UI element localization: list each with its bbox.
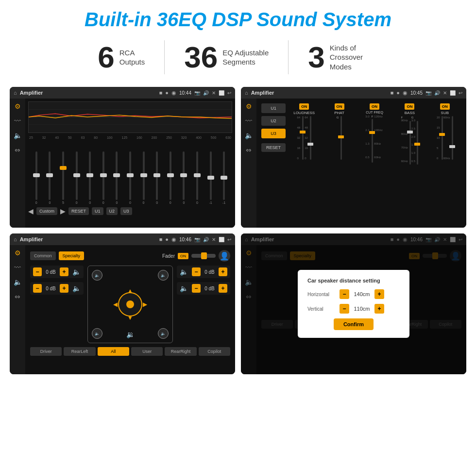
eq-icon-2[interactable]: ⚙ (246, 102, 252, 110)
driver-button[interactable]: Driver (30, 347, 62, 356)
vol-row-bl: − 0 dB + 🔈 (30, 282, 84, 295)
home-icon-3: ⌂ (14, 236, 17, 242)
rearleft-button[interactable]: RearLeft (64, 347, 95, 356)
wave-icon-2[interactable]: 〰 (245, 117, 252, 125)
eq-sliders: 0 0 5 0 0 0 0 0 0 0 0 0 0 -1 -1 (28, 141, 232, 204)
fader-title: Amplifier (20, 236, 156, 242)
arrow-left-icon: ◀ (113, 301, 118, 308)
vertical-plus[interactable]: + (374, 304, 384, 314)
eq-slider-14: -1 (218, 151, 230, 204)
all-button[interactable]: All (98, 347, 129, 356)
eq-icon[interactable]: ⚙ (15, 102, 21, 110)
user-button[interactable]: User (131, 347, 163, 356)
stat-crossover: 3 Kinds of Crossover Modes (289, 42, 397, 72)
vol-bl-plus[interactable]: + (60, 284, 68, 293)
sub-toggle[interactable]: ON (440, 103, 450, 110)
phat-toggle[interactable]: ON (335, 103, 344, 110)
eq-slider-0: 0 (30, 151, 43, 204)
speaker-icon-3[interactable]: 🔈 (14, 278, 22, 286)
u2-button[interactable]: U2 (106, 207, 118, 215)
loudness-toggle[interactable]: ON (299, 103, 309, 110)
cutfreq-name: CUT FREQ (366, 111, 383, 114)
vol-bl-minus[interactable]: − (33, 284, 42, 293)
bass-toggle[interactable]: ON (405, 103, 414, 110)
eq-slider-6: 0 (111, 151, 123, 204)
arrows-icon-3[interactable]: ⇔ (15, 293, 20, 300)
vol-tr-val: 0 dB (203, 269, 217, 275)
location-icon-2: ◉ (403, 90, 408, 96)
prev-button[interactable]: ◀ (28, 207, 34, 215)
vertical-minus[interactable]: − (340, 304, 349, 314)
next-button[interactable]: ▶ (60, 207, 66, 215)
vol-tr-minus[interactable]: − (192, 267, 201, 276)
specialty-tab[interactable]: Specialty (59, 251, 85, 260)
stat-number-crossover: 3 (308, 42, 324, 72)
channel-bass: ON BASS F 90Hz 80Hz 70Hz 60Hz (393, 103, 426, 223)
speaker-icon[interactable]: 🔈 (14, 132, 22, 139)
back-icon-3: ↩ (227, 237, 231, 242)
preset-u1[interactable]: U1 (261, 103, 286, 113)
fader-slider[interactable] (191, 254, 216, 258)
crossover-reset[interactable]: RESET (261, 143, 286, 152)
cutfreq-toggle[interactable]: ON (370, 103, 379, 110)
eq-screen: ⌂ Amplifier ■ ● ◉ 10:44 📷 🔊 ✕ ⬜ ↩ ⚙ 〰 🔈 … (10, 87, 235, 228)
horizontal-plus[interactable]: + (374, 289, 384, 299)
eq-slider-1: 0 (44, 151, 56, 204)
dot-icon-2: ● (396, 90, 400, 96)
profile-icon[interactable]: 👤 (219, 250, 230, 262)
speaker-bl-icon: 🔈 (72, 284, 81, 292)
eq-slider-12: 0 (191, 151, 204, 204)
u3-button[interactable]: U3 (120, 207, 132, 215)
channel-sub: ON SUB 20 15 10 5 0 (428, 103, 461, 223)
confirm-button[interactable]: Confirm (334, 318, 374, 330)
dialog-overlay: Car speaker distance setting Horizontal … (241, 233, 466, 374)
eq-icon-3[interactable]: ⚙ (15, 249, 21, 257)
horizontal-minus[interactable]: − (340, 289, 349, 299)
horizontal-value: 140cm (352, 291, 372, 297)
page-title: Built-in 36EQ DSP Sound System (0, 0, 476, 35)
fader-on-badge: ON (178, 253, 188, 259)
eq-slider-8: 0 (137, 151, 150, 204)
arrow-right-icon: ▶ (143, 301, 147, 308)
crossover-inner: U1 U2 U3 RESET ON LOUDNESS 64 (259, 101, 463, 225)
reset-button[interactable]: RESET (68, 207, 89, 215)
vol-tl-plus[interactable]: + (60, 267, 68, 276)
vol-tl-minus[interactable]: − (33, 267, 42, 276)
home-icon-2: ⌂ (245, 90, 248, 96)
vol-br-plus[interactable]: + (219, 284, 227, 293)
dialog-horizontal-label: Horizontal (307, 292, 337, 297)
u1-button[interactable]: U1 (92, 207, 103, 215)
arrows-icon[interactable]: ⇔ (15, 146, 20, 154)
wave-icon-3[interactable]: 〰 (14, 264, 21, 271)
speaker-grid: − 0 dB + 🔈 − 0 dB + 🔈 (30, 266, 230, 343)
volume-icon-2: 🔊 (434, 90, 440, 96)
fader-screen: ⌂ Amplifier ■ ● ◉ 10:46 📷 🔊 ✕ ⬜ ↩ ⚙ 〰 🔈 … (10, 233, 235, 374)
copilot-button[interactable]: Copilot (199, 347, 230, 356)
settings-icon-2: ■ (391, 90, 394, 96)
right-vol-controls: 🔈 − 0 dB + 🔈 − 0 dB + (177, 266, 230, 343)
speaker-diagram: 🔈 🔈 🔈 🔈 (87, 266, 173, 343)
wave-icon[interactable]: 〰 (14, 117, 21, 125)
crossover-topbar: ⌂ Amplifier ■ ● ◉ 10:45 📷 🔊 ✕ ⬜ ↩ (241, 87, 466, 99)
fader-main: Common Specialty Fader ON 👤 − (25, 245, 235, 374)
vol-tl-val: 0 dB (44, 269, 58, 275)
common-tab[interactable]: Common (30, 251, 56, 260)
custom-button[interactable]: Custom (36, 207, 57, 215)
dialog-vertical-label: Vertical (307, 306, 337, 312)
preset-u2[interactable]: U2 (261, 116, 286, 126)
vol-tr-plus[interactable]: + (219, 267, 227, 276)
fader-joystick[interactable]: ▲ ▼ ◀ ▶ (113, 287, 147, 321)
speaker-icon-2[interactable]: 🔈 (245, 132, 253, 139)
eq-bottom-bar: ◀ Custom ▶ RESET U1 U2 U3 (28, 207, 232, 215)
arrows-icon-2[interactable]: ⇔ (246, 146, 252, 154)
screenshots-grid: ⌂ Amplifier ■ ● ◉ 10:44 📷 🔊 ✕ ⬜ ↩ ⚙ 〰 🔈 … (0, 83, 476, 379)
speaker-br-icon: 🔈 (180, 284, 188, 292)
dialog-title: Car speaker distance setting (307, 278, 400, 283)
back-icon-2: ↩ (459, 90, 462, 96)
sub-name: SUB (441, 111, 449, 115)
fader-bottom-row: Driver RearLeft All User RearRight Copil… (30, 347, 230, 356)
vol-br-minus[interactable]: − (192, 284, 201, 293)
preset-u3[interactable]: U3 (261, 129, 286, 138)
rearright-button[interactable]: RearRight (165, 347, 196, 356)
camera-icon-2: 📷 (425, 90, 431, 96)
